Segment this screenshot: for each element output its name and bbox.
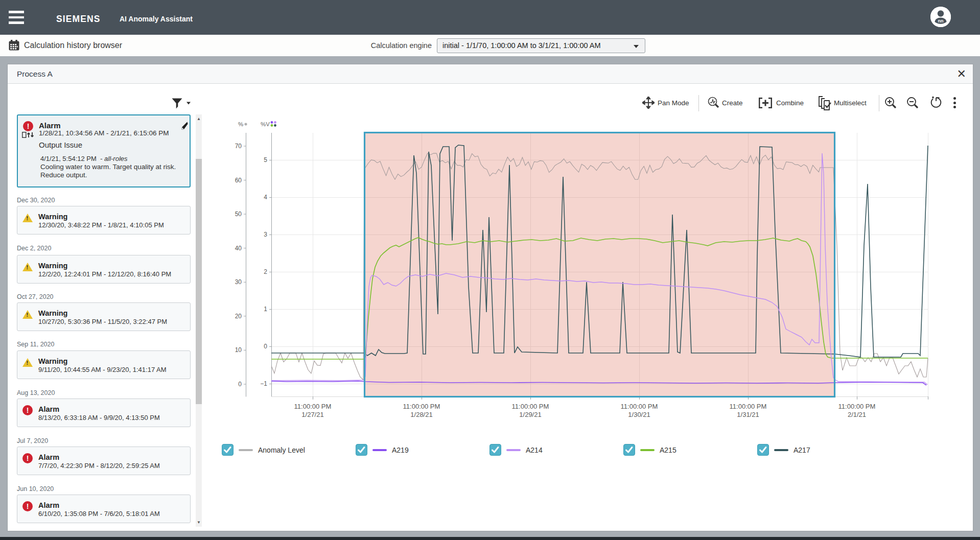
svg-text:11:00:00 PM: 11:00:00 PM	[838, 403, 876, 410]
svg-text:40: 40	[235, 245, 242, 252]
svg-text:1/29/21: 1/29/21	[519, 411, 541, 418]
svg-text:0: 0	[238, 381, 242, 388]
svg-text:50: 50	[235, 210, 242, 218]
svg-text:3: 3	[264, 231, 267, 238]
svg-text:60: 60	[235, 177, 242, 184]
svg-text:1/30/21: 1/30/21	[628, 411, 650, 418]
svg-text:11:00:00 PM: 11:00:00 PM	[621, 403, 658, 410]
svg-text:70: 70	[235, 143, 242, 150]
svg-text:11:00:00 PM: 11:00:00 PM	[512, 403, 549, 410]
svg-text:0: 0	[264, 343, 267, 350]
svg-text:%V: %V	[261, 121, 270, 127]
svg-text:%: %	[238, 121, 243, 127]
svg-text:11:00:00 PM: 11:00:00 PM	[294, 403, 332, 410]
svg-text:nn: nn	[938, 18, 944, 24]
svg-text:11:00:00 PM: 11:00:00 PM	[403, 403, 440, 410]
svg-text:11:00:00 PM: 11:00:00 PM	[730, 403, 767, 410]
svg-text:1/27/21: 1/27/21	[301, 411, 323, 418]
svg-text:1: 1	[264, 306, 267, 313]
svg-text:−1: −1	[260, 380, 267, 387]
svg-text:20: 20	[235, 313, 242, 320]
svg-text:1/28/21: 1/28/21	[410, 411, 432, 418]
svg-text:4: 4	[264, 194, 267, 201]
svg-text:1/31/21: 1/31/21	[737, 411, 759, 418]
svg-text:5: 5	[264, 156, 267, 163]
svg-text:30: 30	[235, 278, 242, 286]
svg-text:2: 2	[264, 268, 267, 275]
svg-text:10: 10	[235, 346, 242, 354]
svg-text:2/1/21: 2/1/21	[848, 411, 866, 418]
